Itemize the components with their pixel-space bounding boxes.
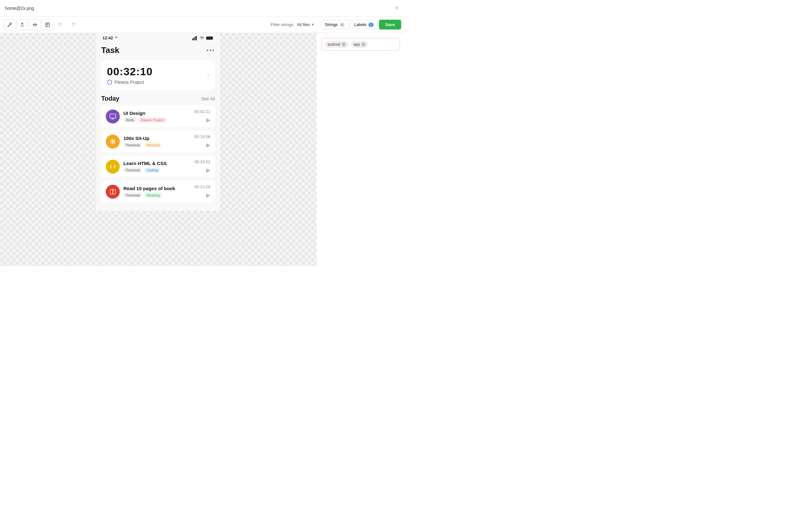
label-tag-app: app × [351,41,368,48]
filter-dropdown[interactable]: All files ▼ [297,22,314,27]
tag-personal: Personal [124,193,142,198]
task-icon-situp [106,135,120,149]
task-right: 00:42:21 ▶ [194,109,211,123]
play-button[interactable]: ▶ [206,192,211,199]
location-icon [114,36,118,40]
canvas-area: 12:42 [0,33,316,266]
undo-icon [58,22,63,27]
label-text: app [354,42,360,47]
timer-project: Fitness Project [107,80,153,85]
svg-rect-3 [195,36,196,40]
labels-button[interactable]: Labels 2 [350,20,377,29]
status-bar: 12:42 [96,33,220,41]
magic-wand-button[interactable] [4,19,15,31]
task-tags: Personal Reading [124,193,191,198]
magic-wand-icon [7,22,12,27]
label-text: android [327,42,340,47]
task-name: Read 10 pages of book [124,186,191,191]
task-icon-coding [106,160,120,173]
task-time: 00:42:21 [194,109,211,114]
window-title: home@2x.png [5,6,34,11]
task-right: 00:24:52 ▶ [194,159,211,173]
tag-reading: Reading [144,193,162,198]
main-area: 12:42 [0,33,405,266]
task-icon-ui-design [106,110,120,123]
upload-button[interactable] [17,19,28,31]
task-time: 00:14:06 [194,134,211,139]
task-info: Read 10 pages of book Personal Reading [124,186,191,198]
move-button[interactable] [29,19,40,31]
app-content: Task ••• 00:32:10 Fitness Project › [96,41,220,211]
close-button[interactable]: × [393,5,400,12]
status-icons [192,36,214,40]
title-bar-left: home@2x.png [5,6,34,11]
svg-rect-2 [193,37,194,40]
play-button[interactable]: ▶ [206,116,211,123]
tag-personal: Personal [124,168,142,173]
tag-personal: Personal [124,143,142,148]
toolbar: Filter strings: All files ▼ Strings 0 La… [0,17,405,33]
undo-button[interactable] [55,19,66,31]
task-name: UI Design [124,111,191,116]
task-tags: Personal Coding [124,168,191,173]
task-name: Learn HTML & CSS [124,161,191,166]
today-header: Today See All [101,95,215,102]
play-button[interactable]: ▶ [206,167,211,173]
timer-card[interactable]: 00:32:10 Fitness Project › [101,60,215,90]
signal-icon [192,36,198,40]
svg-rect-7 [110,114,116,118]
dumbbell-icon [109,138,116,145]
title-bar: home@2x.png × [0,0,405,17]
svg-rect-0 [46,23,50,27]
timer-project-circle [107,80,112,85]
settings-button[interactable] [42,19,53,31]
task-name: 100x Sit-Up [124,135,191,141]
task-right: 00:14:06 ▶ [194,134,211,149]
tag-coding: Coding [144,168,160,173]
chevron-down-icon: ▼ [311,23,314,26]
tag-workout: Workout [144,143,162,148]
tag-rasion-project: Rasion Project [139,117,166,122]
tag-work: Work [124,117,136,122]
table-icon [45,22,50,27]
strings-label: Strings [325,22,338,27]
save-button[interactable]: Save [379,20,401,30]
svg-rect-4 [196,36,197,40]
labels-area[interactable]: android × app × [322,38,400,51]
monitor-icon [109,113,116,120]
task-info: 100x Sit-Up Personal Workout [124,135,191,148]
svg-rect-1 [192,38,193,40]
battery-icon [206,36,214,40]
upload-icon [20,22,25,27]
right-panel: android × app × [316,33,405,266]
see-all-button[interactable]: See All [201,96,215,101]
task-right: 00:21:09 ▶ [194,184,211,199]
more-button[interactable]: ••• [206,47,215,54]
app-header: Task ••• [101,41,215,60]
redo-button[interactable] [67,19,79,31]
phone-mockup: 12:42 [96,33,220,211]
wifi-icon [199,36,205,40]
task-item[interactable]: Learn HTML & CSS Personal Coding 00:24:5… [101,155,215,178]
strings-button[interactable]: Strings 0 [321,20,349,29]
remove-android-button[interactable]: × [341,42,346,47]
filter-label: Filter strings: [271,22,294,27]
task-time: 00:24:52 [194,159,211,164]
task-item[interactable]: UI Design Work Rasion Project 00:42:21 ▶ [101,105,215,127]
timer-display: 00:32:10 [107,65,153,78]
timer-chevron-icon[interactable]: › [207,72,209,78]
filter-area: Filter strings: All files ▼ [271,22,314,27]
status-time: 12:42 [102,36,118,40]
remove-app-button[interactable]: × [361,42,366,47]
task-time: 00:21:09 [194,184,211,189]
play-button[interactable]: ▶ [206,142,211,149]
task-info: UI Design Work Rasion Project [124,111,191,122]
strings-count-badge: 0 [340,22,345,27]
timer-left: 00:32:10 Fitness Project [107,65,153,85]
redo-icon [70,22,76,27]
book-icon [109,188,116,195]
task-item[interactable]: Read 10 pages of book Personal Reading 0… [101,181,215,202]
today-title: Today [101,95,119,102]
task-item[interactable]: 100x Sit-Up Personal Workout 00:14:06 ▶ [101,131,215,152]
svg-rect-6 [207,37,212,39]
